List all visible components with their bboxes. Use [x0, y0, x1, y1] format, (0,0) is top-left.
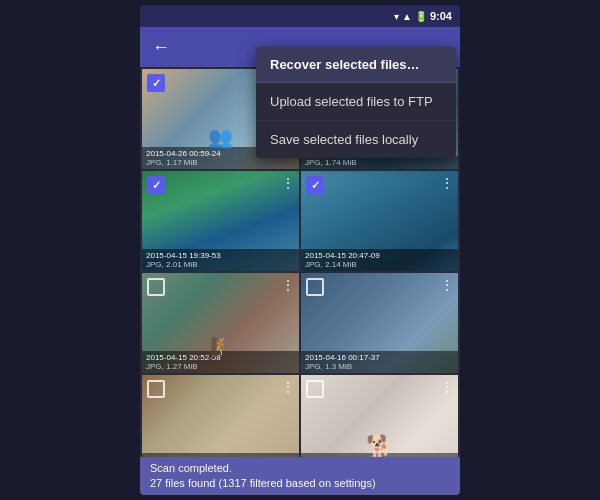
menu-item-save-local[interactable]: Save selected files locally — [256, 121, 456, 158]
context-menu-overlay[interactable]: Recover selected files… Upload selected … — [140, 5, 460, 495]
menu-header: Recover selected files… — [256, 47, 456, 83]
menu-item-ftp[interactable]: Upload selected files to FTP — [256, 83, 456, 121]
phone-container: ▾ ▲ 🔋 9:04 ← 2015-04-26 00:59-24 JPG, 1.… — [140, 5, 460, 495]
context-menu: Recover selected files… Upload selected … — [256, 47, 456, 158]
